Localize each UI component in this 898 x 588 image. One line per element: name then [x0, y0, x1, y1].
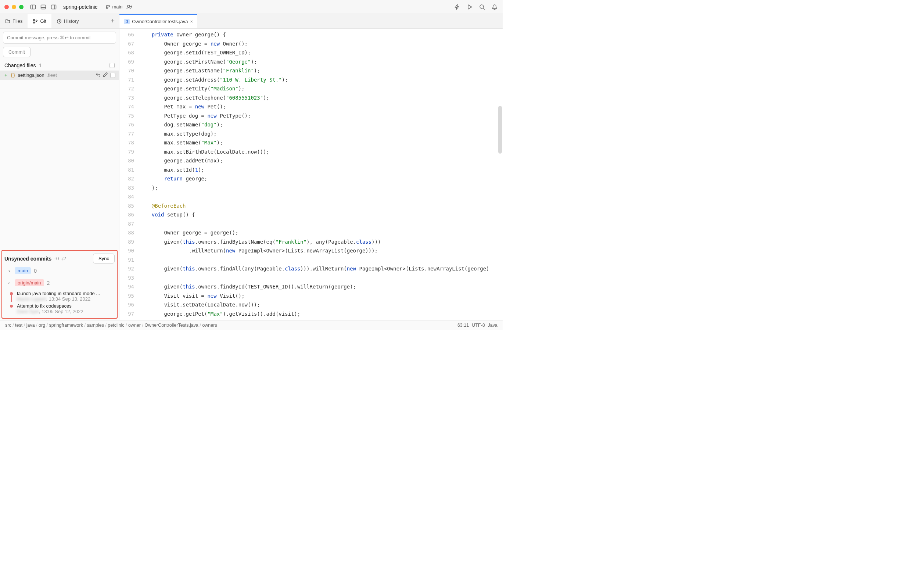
changed-file-row[interactable]: + {} settings.json .fleet — [0, 71, 119, 80]
lightning-icon[interactable] — [454, 3, 461, 11]
breadcrumb-segment[interactable]: owner — [128, 323, 141, 328]
local-branch-row[interactable]: › main 0 — [5, 266, 115, 276]
code-line: 97 george.getPet("Max").getVisits().add(… — [119, 309, 503, 319]
cursor-position[interactable]: 63:11 — [457, 323, 469, 328]
line-number: 68 — [119, 48, 139, 57]
breadcrumb-segment[interactable]: src — [5, 323, 11, 328]
panel-bottom-icon[interactable] — [40, 3, 47, 11]
traffic-lights — [5, 5, 23, 9]
breadcrumb-segment[interactable]: OwnerControllerTests.java — [145, 323, 198, 328]
commit-dot-icon — [10, 292, 13, 295]
line-number: 70 — [119, 66, 139, 75]
code-line: 74 Pet max = new Pet(); — [119, 102, 503, 111]
add-tab[interactable]: + — [106, 17, 119, 25]
editor-tab-active[interactable]: J OwnerControllerTests.java × — [119, 14, 197, 28]
commit-meta: Dave Syer, 13:05 Sep 12, 2022 — [17, 309, 112, 314]
code-line: 80 george.addPet(max); — [119, 156, 503, 165]
breadcrumb-segment[interactable]: test — [15, 323, 22, 328]
revert-icon[interactable] — [95, 72, 101, 78]
editor-area: J OwnerControllerTests.java × 66 private… — [119, 14, 503, 320]
code-line: 66 private Owner george() { — [119, 30, 503, 39]
maximize-window[interactable] — [19, 5, 23, 9]
add-collaborator-icon[interactable] — [126, 3, 133, 11]
breadcrumb-segment[interactable]: org — [38, 323, 45, 328]
branch-name: main — [112, 4, 122, 9]
select-all-checkbox[interactable] — [109, 63, 115, 68]
branch-indicator[interactable]: main — [105, 4, 122, 9]
svg-point-16 — [36, 20, 37, 21]
line-number: 86 — [119, 210, 139, 219]
tab-files[interactable]: Files — [0, 14, 28, 28]
language[interactable]: Java — [488, 323, 498, 328]
code-line: 67 Owner george = new Owner(); — [119, 39, 503, 49]
code-line: 83 }; — [119, 183, 503, 192]
edit-icon[interactable] — [103, 72, 108, 78]
line-number: 67 — [119, 39, 139, 49]
local-branch-count: 0 — [34, 268, 37, 274]
code-line: 68 george.setId(TEST_OWNER_ID); — [119, 48, 503, 57]
code-line: 87 — [119, 219, 503, 229]
code-line: 92 given(this.owners.findAll(any(Pageabl… — [119, 264, 503, 273]
commit-message: Attempt to fix codespaces — [17, 303, 112, 309]
line-number: 92 — [119, 264, 139, 273]
panel-left-icon[interactable] — [29, 3, 37, 11]
commit-item[interactable]: Attempt to fix codespacesDave Syer, 13:0… — [5, 302, 115, 315]
commit-meta: Martin Lippert, 13:34 Sep 13, 2022 — [17, 296, 112, 302]
code-editor[interactable]: 66 private Owner george() {67 Owner geor… — [119, 29, 503, 320]
line-number: 94 — [119, 282, 139, 291]
tab-git[interactable]: Git — [28, 14, 51, 28]
local-branch-pill: main — [15, 267, 31, 274]
minimize-window[interactable] — [12, 5, 16, 9]
breadcrumb-segment[interactable]: samples — [87, 323, 104, 328]
commit-graph-line — [11, 295, 12, 302]
changed-files-count: 1 — [39, 63, 42, 68]
svg-point-12 — [480, 5, 484, 8]
bell-icon[interactable] — [491, 3, 498, 11]
code-line: 81 max.setId(1); — [119, 165, 503, 175]
code-line: 94 given(this.owners.findById(TEST_OWNER… — [119, 282, 503, 291]
tab-history[interactable]: History — [51, 14, 84, 28]
panel-right-icon[interactable] — [50, 3, 57, 11]
code-line: 69 george.setFirstName("George"); — [119, 57, 503, 66]
breadcrumb-segment[interactable]: owners — [202, 323, 217, 328]
editor-tab-label: OwnerControllerTests.java — [132, 19, 188, 24]
svg-rect-2 — [41, 5, 46, 9]
code-line: 75 PetType dog = new PetType(); — [119, 111, 503, 120]
breadcrumb[interactable]: src / test / java / org / springframewor… — [5, 323, 217, 328]
commit-item[interactable]: launch java tooling in standard mode ...… — [5, 290, 115, 302]
close-window[interactable] — [5, 5, 9, 9]
line-number: 84 — [119, 192, 139, 202]
line-number: 77 — [119, 129, 139, 139]
breadcrumb-segment[interactable]: java — [26, 323, 35, 328]
svg-point-8 — [109, 5, 110, 6]
line-number: 90 — [119, 246, 139, 256]
sidebar: Files Git History + Commit Changed files… — [0, 14, 119, 320]
changed-files-label: Changed files — [5, 63, 36, 68]
breadcrumb-segment[interactable]: petclinic — [108, 323, 124, 328]
close-tab-icon[interactable]: × — [190, 19, 193, 24]
svg-rect-0 — [31, 5, 35, 9]
code-line: 71 george.setAddress("110 W. Liberty St.… — [119, 75, 503, 85]
line-number: 88 — [119, 228, 139, 237]
breadcrumb-segment[interactable]: springframework — [49, 323, 83, 328]
sync-button[interactable]: Sync — [93, 254, 115, 263]
search-icon[interactable] — [478, 3, 486, 11]
line-number: 66 — [119, 30, 139, 39]
code-line: 82 return george; — [119, 174, 503, 183]
line-number: 91 — [119, 256, 139, 265]
line-number: 96 — [119, 300, 139, 309]
code-line: 89 given(this.owners.findByLastName(eq("… — [119, 237, 503, 246]
code-line: 91 — [119, 256, 503, 265]
commit-button[interactable]: Commit — [3, 47, 31, 57]
encoding[interactable]: UTF-8 — [472, 323, 484, 328]
scrollbar-thumb[interactable] — [498, 106, 502, 154]
project-name[interactable]: spring-petclinic — [63, 4, 97, 10]
svg-point-9 — [128, 5, 130, 7]
code-line: 93 — [119, 273, 503, 283]
remote-branch-row[interactable]: › origin/main 2 — [5, 278, 115, 288]
unsynced-title: Unsynced commits — [5, 256, 51, 262]
titlebar: spring-petclinic main — [0, 0, 503, 14]
run-icon[interactable] — [466, 3, 473, 11]
commit-message-input[interactable] — [3, 32, 116, 44]
file-checkbox[interactable] — [110, 73, 115, 78]
